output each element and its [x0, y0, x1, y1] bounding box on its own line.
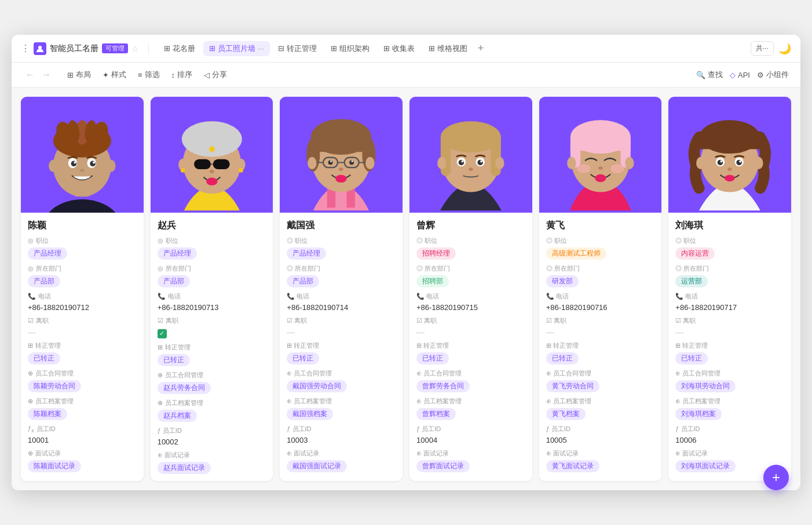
layout-button[interactable]: ⊞ 布局 — [63, 67, 96, 82]
search-button[interactable]: 🔍 查找 — [696, 70, 723, 80]
star-icon[interactable]: ☆ — [131, 44, 139, 53]
svg-rect-42 — [311, 136, 371, 152]
employee-card-1[interactable]: 陈颖 ◎ 职位 产品经理 ◎ 所在部门 产品部 📞 电话 +8 — [21, 97, 144, 481]
widget-label: 小组件 — [766, 70, 789, 80]
tab-photos[interactable]: ⊞ 员工照片墙 ··· — [203, 41, 270, 56]
eid-label-2: ƒ 员工ID — [158, 426, 266, 435]
share-button[interactable]: ◁ 分享 — [199, 67, 232, 82]
position-tag-2: 产品经理 — [158, 247, 197, 260]
resign-icon-2: ☑ — [158, 317, 163, 325]
file-icon-1: ⊕ — [28, 398, 33, 405]
circle-icon-2: ◎ — [158, 237, 163, 245]
position-label-2: ◎ 职位 — [158, 236, 266, 245]
tab-grid[interactable]: ⊞ 维格视图 — [423, 41, 473, 56]
employee-card-5[interactable]: 黄飞 ◎ 职位 高级测试工程师 ◎ 所在部门 研发部 📞 电话 +86-1882… — [539, 97, 662, 481]
eid-label-5: ƒ 员工ID — [546, 425, 655, 433]
svg-point-33 — [209, 147, 215, 152]
add-record-fab[interactable]: + — [763, 465, 789, 490]
style-button[interactable]: ✦ 样式 — [98, 67, 131, 82]
svg-point-93 — [737, 160, 742, 166]
convert-label-5: ⊞ 转正管理 — [546, 341, 655, 350]
svg-point-71 — [495, 157, 504, 169]
contract-tag-4: 曾辉劳务合同 — [416, 380, 470, 392]
dept-tag-1: 产品部 — [28, 275, 60, 287]
svg-point-54 — [308, 157, 316, 169]
eid-label-1: ƒx 员工ID — [28, 425, 137, 433]
tab-icon-4: ⊞ — [331, 44, 337, 53]
sort-button[interactable]: ↕ 排序 — [167, 67, 197, 82]
layout-label: 布局 — [76, 70, 91, 80]
theme-toggle-icon[interactable]: 🌙 — [778, 42, 791, 55]
toolbar-right: 🔍 查找 ◇ API ⚙ 小组件 — [696, 70, 789, 80]
employee-card-4[interactable]: 曾辉 ◎ 职位 招聘经理 ◎ 所在部门 招聘部 📞 电话 +86-1882019… — [409, 97, 532, 481]
interview-label-4: ⊕ 面试记录 — [416, 449, 525, 458]
position-tag-4: 招聘经理 — [416, 247, 456, 260]
tab-icon-5: ⊞ — [383, 44, 390, 53]
phone-value-1: +86-18820190712 — [28, 303, 137, 312]
file-tag-2: 赵兵档案 — [158, 410, 197, 422]
convert-label-2: ⊞ 转正管理 — [158, 343, 266, 352]
phone-value-6: +86-18820190717 — [675, 303, 784, 312]
nav-forward-button[interactable]: → — [39, 68, 53, 81]
nav-back-button[interactable]: ← — [23, 68, 37, 81]
svg-point-68 — [480, 161, 482, 163]
phone-label-6: 📞 电话 — [675, 292, 784, 301]
convert-label-4: ⊞ 转正管理 — [416, 341, 525, 350]
tab-label-3: 转正管理 — [287, 43, 317, 54]
employee-card-6[interactable]: 刘海琪 ◎ 职位 内容运营 ◎ 所在部门 运营部 📞 电话 +86-188201… — [668, 97, 791, 481]
svg-point-81 — [598, 166, 603, 170]
resign-value-3: — — [287, 327, 396, 337]
phone-label-3: 📞 电话 — [287, 292, 396, 301]
file-icon-2: ⊕ — [158, 399, 163, 407]
position-tag-1: 产品经理 — [28, 247, 67, 260]
employee-card-2[interactable]: 赵兵 ◎ 职位 产品经理 ◎ 所在部门 产品部 📞 电话 +8 — [151, 97, 273, 481]
filter-button[interactable]: ≡ 筛选 — [133, 67, 164, 82]
resign-label-5: ☑ 离职 — [546, 316, 655, 325]
phone-label-5: 📞 电话 — [546, 292, 655, 301]
interview-label-2: ⊕ 面试记录 — [158, 451, 266, 460]
share-count-button[interactable]: 共··· — [751, 41, 774, 56]
convert-label-6: ⊞ 转正管理 — [675, 341, 784, 350]
dept-label-4: ◎ 所在部门 — [416, 264, 525, 273]
position-label-6: ◎ 职位 — [675, 236, 784, 245]
tab-zhuanzheng[interactable]: ⊟ 转正管理 — [272, 41, 323, 56]
svg-point-96 — [727, 167, 732, 171]
svg-point-51 — [352, 161, 353, 162]
file-label-6: ⊕ 员工档案管理 — [675, 397, 784, 406]
tab-huaming[interactable]: ⊞ 花名册 — [158, 41, 201, 56]
contract-label-6: ⊕ 员工合同管理 — [675, 369, 784, 378]
svg-point-13 — [71, 161, 77, 167]
resign-check-2: ✓ — [158, 329, 167, 338]
sort-icon: ↕ — [171, 71, 175, 79]
cards-grid: 陈颖 ◎ 职位 产品经理 ◎ 所在部门 产品部 📞 电话 +8 — [21, 97, 791, 481]
svg-point-16 — [93, 162, 95, 164]
tab-more-2[interactable]: ··· — [258, 44, 264, 53]
svg-rect-25 — [213, 159, 229, 169]
svg-point-31 — [181, 168, 185, 173]
file-tag-3: 戴国强档案 — [287, 408, 333, 420]
interview-tag-6: 刘海琪面试记录 — [675, 460, 736, 472]
contract-label-5: ⊕ 员工合同管理 — [546, 369, 655, 378]
employee-name-6: 刘海琪 — [675, 220, 784, 232]
widget-button[interactable]: ⚙ 小组件 — [757, 70, 789, 80]
svg-point-50 — [330, 161, 332, 162]
tab-collect[interactable]: ⊞ 收集表 — [378, 41, 420, 56]
interview-label-1: ⊕ 面试记录 — [28, 449, 137, 458]
sidebar-toggle-icon[interactable]: ⋮ — [21, 43, 30, 54]
tab-org[interactable]: ⊞ 组织架构 — [325, 41, 375, 56]
convert-tag-5: 已转正 — [546, 352, 579, 364]
dept-tag-3: 产品部 — [287, 275, 319, 287]
svg-point-15 — [74, 162, 76, 164]
employee-card-3[interactable]: 戴国强 ◎ 职位 产品经理 ◎ 所在部门 产品部 📞 电话 +86-188201… — [280, 97, 403, 481]
tab-add-button[interactable]: + — [476, 40, 487, 57]
eid-label-3: ƒ 员工ID — [287, 425, 396, 433]
eid-label-4: ƒ 员工ID — [416, 425, 525, 433]
interview-tag-3: 戴国强面试记录 — [287, 460, 347, 472]
file-tag-6: 刘海琪档案 — [675, 408, 722, 420]
interview-tag-4: 曾辉面试记录 — [416, 460, 470, 472]
phone-value-5: +86-18820190716 — [546, 303, 655, 312]
api-icon: ◇ — [730, 71, 736, 79]
api-button[interactable]: ◇ API — [730, 71, 750, 79]
sort-label: 排序 — [177, 70, 192, 80]
manage-badge[interactable]: 可管理 — [102, 43, 128, 53]
